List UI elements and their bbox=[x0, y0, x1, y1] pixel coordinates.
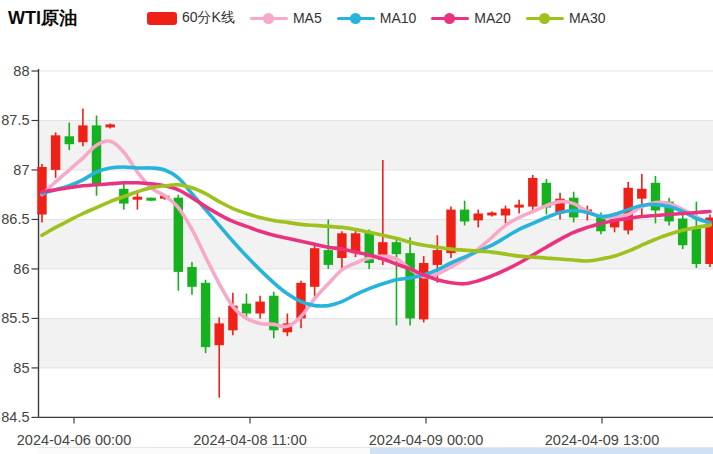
candle-body[interactable] bbox=[446, 210, 455, 254]
plot-area[interactable]: 8887.58786.58685.58584.52024-04-06 00:00… bbox=[0, 0, 713, 454]
candle-body[interactable] bbox=[460, 210, 469, 222]
candle-body[interactable] bbox=[569, 198, 578, 218]
candle-body[interactable] bbox=[392, 242, 401, 254]
x-axis-label: 2024-04-09 00:00 bbox=[369, 432, 484, 448]
candle-body[interactable] bbox=[310, 248, 319, 287]
candle-body[interactable] bbox=[106, 124, 115, 127]
candle-body[interactable] bbox=[433, 250, 442, 265]
candle-body[interactable] bbox=[133, 197, 142, 200]
candle-body[interactable] bbox=[405, 253, 414, 318]
y-axis-label: 88 bbox=[13, 63, 29, 79]
x-axis-label: 2024-04-08 11:00 bbox=[193, 432, 306, 448]
x-axis-label: 2024-04-09 13:00 bbox=[545, 432, 660, 448]
y-axis-label: 87 bbox=[13, 162, 29, 178]
x-axis-label: 2024-04-06 00:00 bbox=[17, 432, 132, 448]
candle-body[interactable] bbox=[528, 178, 537, 207]
candle-body[interactable] bbox=[487, 213, 496, 216]
candle-body[interactable] bbox=[201, 283, 210, 347]
candle-body[interactable] bbox=[419, 263, 428, 319]
candle-body[interactable] bbox=[324, 250, 333, 265]
y-axis-label: 86 bbox=[13, 261, 29, 277]
y-axis-label: 85 bbox=[13, 360, 29, 376]
candle-body[interactable] bbox=[337, 233, 346, 258]
candle-body[interactable] bbox=[146, 198, 155, 201]
candle-body[interactable] bbox=[637, 189, 646, 199]
candle-body[interactable] bbox=[78, 125, 87, 142]
candle-body[interactable] bbox=[255, 302, 264, 314]
y-axis-label: 87.5 bbox=[1, 112, 29, 128]
grid-stripe bbox=[39, 318, 713, 368]
datazoom-window[interactable] bbox=[370, 448, 713, 454]
y-axis-label: 85.5 bbox=[1, 310, 29, 326]
candle-body[interactable] bbox=[242, 304, 251, 314]
y-axis-label: 84.5 bbox=[1, 409, 29, 425]
grid-stripe bbox=[39, 121, 713, 171]
datazoom-slider[interactable] bbox=[38, 447, 713, 454]
candle-body[interactable] bbox=[187, 267, 196, 287]
candle-body[interactable] bbox=[65, 136, 74, 144]
candle-body[interactable] bbox=[215, 323, 224, 345]
candle-body[interactable] bbox=[692, 228, 701, 264]
y-axis-label: 86.5 bbox=[1, 211, 29, 227]
candle-body[interactable] bbox=[474, 214, 483, 221]
candle-body[interactable] bbox=[51, 135, 60, 170]
candle-body[interactable] bbox=[514, 205, 523, 208]
candle-body[interactable] bbox=[501, 209, 510, 216]
kline-chart: WTI原油 60分K线MA5MA10MA20MA30 8887.58786.58… bbox=[0, 0, 713, 454]
